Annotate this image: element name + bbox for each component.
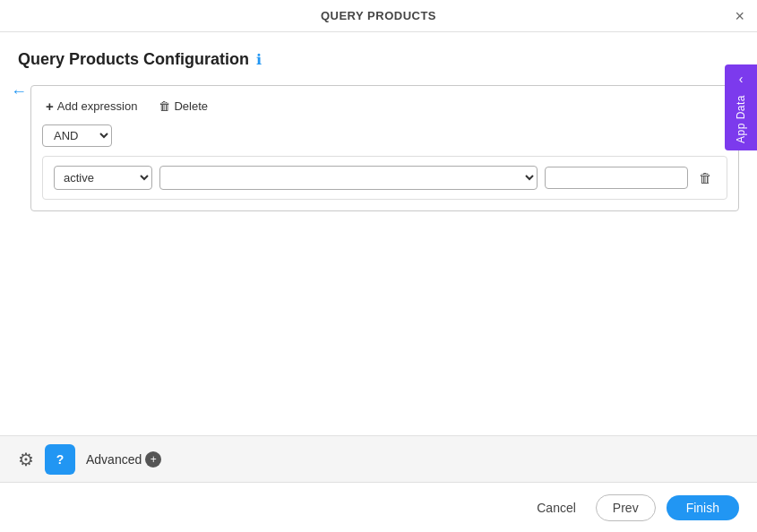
advanced-plus-icon: + [145, 451, 161, 468]
gear-icon[interactable]: ⚙ [18, 449, 34, 470]
expression-row: active id name price status equals not e… [42, 156, 727, 200]
page-title: Query Products Configuration [18, 50, 249, 69]
query-box: + Add expression 🗑 Delete AND OR active … [30, 85, 739, 211]
badge-icon-label: ? [56, 452, 65, 467]
info-icon[interactable]: ℹ [256, 51, 262, 68]
value-input[interactable] [545, 167, 688, 189]
title-bar: QUERY PRODUCTS × [0, 0, 757, 32]
delete-label: Delete [174, 99, 208, 113]
advanced-label: Advanced [86, 452, 142, 467]
field-select[interactable]: active id name price status [54, 166, 152, 190]
query-toolbar: + Add expression 🗑 Delete [42, 97, 727, 116]
add-expression-label: Add expression [57, 99, 138, 113]
plus-icon: + [46, 99, 54, 114]
trash-icon: 🗑 [159, 99, 170, 113]
back-arrow-icon[interactable]: ← [7, 79, 30, 105]
finish-button[interactable]: Finish [667, 495, 739, 520]
footer: Cancel Prev Finish [0, 482, 757, 532]
app-data-sidebar[interactable]: ‹ App Data [725, 64, 757, 150]
trash-expr-icon: 🗑 [699, 170, 712, 185]
badge-icon-button[interactable]: ? [45, 444, 75, 475]
page-title-row: Query Products Configuration ℹ [18, 50, 739, 69]
close-button[interactable]: × [735, 8, 744, 24]
prev-button[interactable]: Prev [596, 494, 656, 521]
cancel-button[interactable]: Cancel [528, 495, 585, 520]
add-expression-button[interactable]: + Add expression [42, 97, 141, 116]
and-or-select[interactable]: AND OR [42, 124, 112, 147]
operator-select[interactable]: equals not equals contains greater than … [159, 166, 538, 190]
bottom-toolbar: ⚙ ? Advanced + [0, 435, 757, 482]
main-content: ← Query Products Configuration ℹ + Add e… [0, 32, 757, 435]
advanced-button[interactable]: Advanced + [86, 451, 161, 468]
delete-button[interactable]: 🗑 Delete [155, 98, 211, 115]
sidebar-chevron-icon: ‹ [739, 72, 744, 86]
dialog-title: QUERY PRODUCTS [321, 9, 436, 22]
delete-expression-button[interactable]: 🗑 [695, 168, 716, 187]
app-data-label: App Data [735, 95, 747, 143]
